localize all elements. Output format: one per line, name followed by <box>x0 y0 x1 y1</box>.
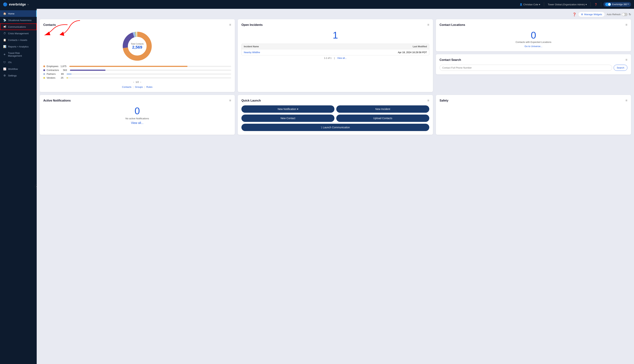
logo-text: everbridge <box>9 2 26 6</box>
user-menu-button[interactable]: 👤 Christian Cole ▾ <box>518 2 542 6</box>
org-menu-button[interactable]: Tower Global (Organization Admin) ▾ <box>546 2 588 6</box>
contacts-widget-title: Contacts <box>43 23 56 26</box>
new-contact-button[interactable]: New Contact <box>241 114 335 122</box>
nav-divider-3 <box>601 2 601 6</box>
incidents-pagination-text: 1-1 of 1 <box>324 57 332 60</box>
contacts-widget-menu-icon[interactable]: ≡ <box>229 23 231 27</box>
contractors-bar-wrap <box>70 70 231 71</box>
groups-link[interactable]: Groups <box>135 86 143 88</box>
search-input[interactable] <box>440 65 612 71</box>
incidents-table: Incident Name Last Modified Nearby Wildf… <box>241 44 429 55</box>
contact-locations-header: Contact Locations ≡ <box>440 23 627 27</box>
open-incidents-menu-icon[interactable]: ≡ <box>427 23 429 27</box>
incidents-view-all-link[interactable]: View all... <box>337 57 347 60</box>
widget-grid-row1: Contacts ≡ <box>40 19 631 92</box>
pag-prev[interactable]: ‹ <box>133 81 134 84</box>
contact-search-row: Search <box>440 65 627 71</box>
contact-search-widget: Contact Search ≡ Search <box>436 54 631 74</box>
help-button[interactable]: ❓ <box>593 2 599 6</box>
360-toggle[interactable] <box>605 3 611 6</box>
contacts-legend: Employees 1,875 Contractors 563 <box>43 65 231 79</box>
ita-icon: 🛡 <box>3 61 6 64</box>
active-notifications-widget: Active Notifications ≡ 0 No active Notif… <box>40 95 235 135</box>
sidebar-expand-icon[interactable]: » <box>27 3 29 6</box>
quick-launch-header: Quick Launch ≡ <box>241 98 429 102</box>
contacts-widget-header: Contacts ≡ <box>43 23 231 27</box>
sidebar-item-ita[interactable]: 🛡 ITA <box>0 59 37 66</box>
new-notification-button[interactable]: New Notification ▾ <box>241 106 335 113</box>
sidebar-collapse-button[interactable]: ◀ <box>35 184 37 188</box>
safety-menu-icon[interactable]: ≡ <box>625 98 627 102</box>
open-incidents-title: Open Incidents <box>241 23 263 26</box>
sidebar: ◀ 🏠 Home 📡 Situational Awareness 📢 Commu… <box>0 9 37 364</box>
incidents-pagination: 1-1 of 1 | View all... <box>241 57 429 60</box>
contact-locations-menu-icon[interactable]: ≡ <box>625 23 627 27</box>
legend-row-employees: Employees 1,875 <box>43 65 231 68</box>
table-row: Nearby Wildfire Apr 18, 2024 16:29:58 PD… <box>242 49 429 55</box>
donut-chart: Total Contacts 2,569 <box>121 30 154 63</box>
legend-row-vendors: Vendors 25 <box>43 76 231 79</box>
sidebar-item-settings[interactable]: ⚙ Settings <box>0 72 37 79</box>
contact-search-menu-icon[interactable]: ≡ <box>625 58 627 62</box>
contractors-dot <box>43 69 45 71</box>
link-sep-1: | <box>133 86 133 88</box>
user-icon: 👤 <box>519 3 522 6</box>
travel-risk-icon: ✈ <box>3 53 6 56</box>
sidebar-label-crisis-management: Crisis Management <box>8 32 29 35</box>
upload-contacts-button[interactable]: Upload Contacts <box>336 114 429 122</box>
auto-refresh-label: Auto Refresh <box>607 13 620 16</box>
contacts-assets-icon: 📋 <box>3 38 6 42</box>
manage-widgets-button[interactable]: ⚙ Manage Widgets <box>578 12 605 17</box>
legend-row-partners: Partners 89 <box>43 72 231 75</box>
new-incident-button[interactable]: New Incident <box>336 106 429 113</box>
contractors-bar <box>70 70 105 71</box>
auto-refresh-toggle[interactable] <box>622 13 627 16</box>
safety-widget: Safety ≡ <box>436 95 631 135</box>
active-notifications-menu-icon[interactable]: ≡ <box>229 98 231 102</box>
pag-next[interactable]: › <box>140 81 141 84</box>
content-help-icon[interactable]: ❓ <box>572 12 576 16</box>
quick-launch-menu-icon[interactable]: ≡ <box>427 98 429 102</box>
sidebar-item-workflow[interactable]: 📈 Workflow <box>0 66 37 72</box>
sidebar-item-communications[interactable]: 📢 Communications <box>0 24 37 30</box>
contacts-link[interactable]: Contacts <box>122 86 131 88</box>
partners-bar-wrap <box>67 74 231 74</box>
search-button[interactable]: Search <box>614 65 627 71</box>
quick-launch-grid: New Notification ▾ New Incident New Cont… <box>241 106 429 122</box>
safety-widget-header: Safety ≡ <box>440 98 627 102</box>
sidebar-item-contacts-assets[interactable]: 📋 Contacts + Assets <box>0 37 37 43</box>
contact-locations-widget: Contact Locations ≡ 0 Contacts with Expe… <box>436 19 631 51</box>
user-name: Christian Cole <box>523 3 538 6</box>
vendors-count: 25 <box>57 76 64 79</box>
go-to-universe-link[interactable]: Go to Universe... <box>440 45 627 48</box>
main-layout: ◀ 🏠 Home 📡 Situational Awareness 📢 Commu… <box>0 9 634 364</box>
sidebar-label-reports-analytics: Reports + Analytics <box>8 45 29 48</box>
donut-total-number: 2,569 <box>131 45 144 50</box>
logo-area: 🔵 everbridge <box>3 2 26 6</box>
help-icon: ❓ <box>594 3 597 6</box>
org-name: Tower Global (Organization Admin) <box>548 3 585 6</box>
vendors-dot <box>43 77 45 79</box>
refresh-icon[interactable]: ↻ <box>629 13 631 16</box>
partners-bar <box>67 74 72 74</box>
notifications-view-all-link[interactable]: View all... <box>131 121 143 124</box>
employees-bar-wrap <box>69 66 231 67</box>
sidebar-item-home[interactable]: 🏠 Home <box>0 10 37 17</box>
vendors-label: Vendors <box>47 76 55 79</box>
incident-name-link[interactable]: Nearby Wildfire <box>244 51 335 54</box>
donut-label: Total Contacts 2,569 <box>131 43 144 50</box>
contacts-widget: Contacts ≡ <box>40 19 235 92</box>
workflow-icon: 📈 <box>3 68 6 70</box>
sidebar-item-crisis-management[interactable]: ⏱ Crisis Management <box>0 30 37 37</box>
vendors-bar-wrap <box>66 77 231 78</box>
rules-link[interactable]: Rules <box>146 86 152 88</box>
sidebar-item-travel-risk[interactable]: ✈ Travel Risk Management <box>0 50 37 59</box>
employees-dot <box>43 66 45 67</box>
main-content: ❓ ⚙ Manage Widgets Auto Refresh ↻ Contac… <box>37 9 634 364</box>
launch-communication-button[interactable]: ⤵ Launch Communication <box>241 124 429 131</box>
quick-launch-title: Quick Launch <box>241 99 261 102</box>
contractors-count: 563 <box>60 69 67 72</box>
sidebar-item-situational-awareness[interactable]: 📡 Situational Awareness <box>0 17 37 24</box>
sidebar-item-reports-analytics[interactable]: 📊 Reports + Analytics <box>0 43 37 50</box>
top-nav: 🔵 everbridge » 👤 Christian Cole ▾ Tower … <box>0 0 634 9</box>
